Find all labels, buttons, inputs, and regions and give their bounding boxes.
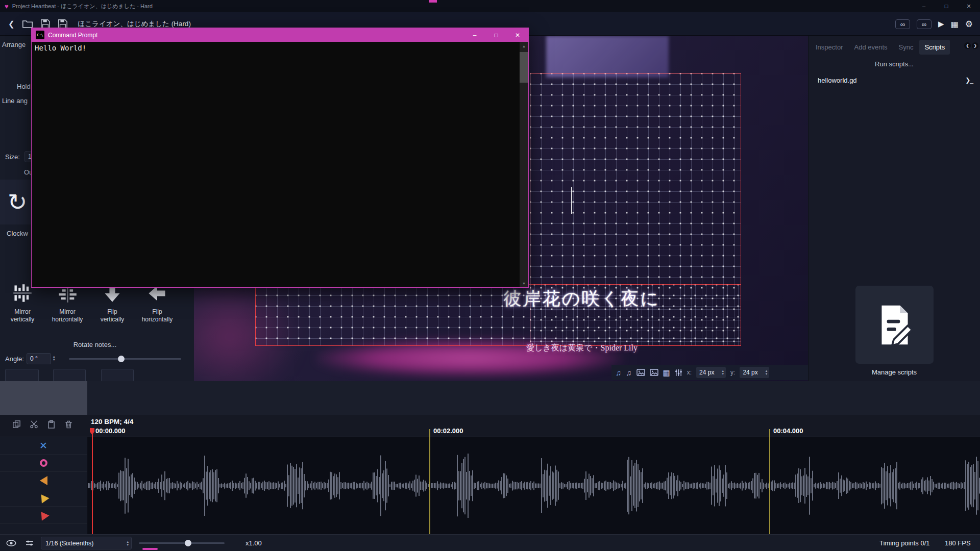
terminal-scrollbar[interactable]: ▲ ▼	[520, 42, 528, 287]
rotate-clockwise-button[interactable]: ↻	[0, 180, 36, 224]
snap-resolution-select[interactable]: 1/16 (Sixteenths) ▴ ▾	[41, 537, 132, 549]
settings-gear-icon[interactable]: ⚙	[965, 19, 973, 30]
grid-y-stepper[interactable]: ▴ ▾	[766, 369, 768, 375]
button-label: Mirror	[46, 308, 89, 316]
top-accent-mark	[429, 0, 437, 3]
button-label: horizontally	[46, 316, 89, 323]
grid-settings-icon[interactable]	[675, 369, 682, 377]
tab-inspector[interactable]: Inspector	[811, 40, 848, 55]
song-title-overlay: 彼岸花の咲く夜に	[429, 287, 735, 311]
window-minimize-button[interactable]: –	[913, 0, 935, 12]
timeline-edit-tools	[12, 420, 73, 429]
timing-points-label: Timing points 0/1	[879, 539, 930, 547]
paste-icon[interactable]	[47, 420, 56, 429]
slide-right-note-icon	[37, 492, 49, 504]
circle-note-icon	[40, 459, 47, 467]
terminal-minimize-button[interactable]: –	[464, 28, 485, 42]
time-marker: 00:02.000	[433, 427, 463, 435]
app-heart-icon: ♥	[5, 3, 9, 10]
cut-icon[interactable]	[30, 420, 38, 429]
tab-scripts[interactable]: Scripts	[919, 40, 950, 55]
grid-x-spinner[interactable]: 24 px ▴ ▾	[696, 367, 726, 378]
visibility-eye-icon[interactable]	[6, 540, 16, 546]
angle-slider[interactable]	[69, 358, 181, 360]
terminal-output[interactable]: Hello World!	[32, 42, 520, 287]
background-art	[546, 36, 669, 78]
script-document-pencil-icon	[871, 302, 918, 348]
preview-mode-toggle-icon[interactable]: ∞	[895, 19, 910, 29]
titlebar: ♥ Project Heartbeat - ほこライオン、はじめました - Ha…	[0, 0, 980, 12]
video-image-icon[interactable]	[650, 369, 658, 376]
background-image-icon[interactable]	[636, 369, 645, 376]
scroll-down-icon[interactable]: ▼	[520, 279, 528, 287]
timeline-zoom-slider[interactable]	[139, 542, 225, 544]
grid-y-value: 24 px	[743, 369, 757, 376]
playhead-line[interactable]	[92, 429, 93, 534]
terminal-titlebar[interactable]: C:\ Command Prompt – □ ✕	[32, 28, 528, 42]
slide-left-note-icon	[40, 476, 47, 485]
song-subtitle-overlay: 愛しき夜は黄泉で・Spider Lily	[429, 343, 735, 354]
minimap-view-window[interactable]	[0, 381, 87, 415]
grid-toggle-icon[interactable]: ▦	[663, 369, 670, 377]
partial-button[interactable]	[101, 369, 134, 381]
cross-note-icon: ✕	[39, 440, 47, 452]
angle-label: Angle:	[5, 355, 24, 363]
manage-scripts-button[interactable]	[855, 286, 934, 364]
button-label: Mirror	[1, 308, 44, 316]
partial-button[interactable]	[5, 369, 39, 381]
angle-stepper[interactable]: ▴ ▾	[53, 355, 55, 361]
scrollbar-thumb[interactable]	[520, 52, 528, 83]
timeline-minimap[interactable]	[0, 381, 980, 415]
delete-icon[interactable]	[64, 420, 73, 429]
stepper-down-icon: ▾	[766, 372, 768, 375]
script-file-name: helloworld.gd	[818, 77, 857, 84]
copy-icon[interactable]	[12, 420, 21, 429]
stepper-down-icon: ▾	[722, 372, 724, 375]
back-button[interactable]: ❮	[8, 19, 15, 29]
terminal-close-button[interactable]: ✕	[507, 28, 528, 42]
angle-slider-handle[interactable]	[118, 356, 125, 362]
snap-resolution-value: 1/16 (Sixteenths)	[45, 540, 94, 547]
tab-sync[interactable]: Sync	[894, 40, 919, 55]
terminal-window-controls: – □ ✕	[464, 28, 528, 42]
terminal-maximize-button[interactable]: □	[485, 28, 507, 42]
track-slide-right	[0, 489, 87, 507]
play-button[interactable]: ▶	[938, 19, 944, 29]
window-maximize-button[interactable]: □	[935, 0, 958, 12]
rotate-notes-section-label: Rotate notes...	[0, 341, 190, 348]
button-label: vertically	[91, 316, 134, 323]
run-scripts-section-label: Run scripts...	[808, 60, 980, 68]
partial-button[interactable]	[53, 369, 86, 381]
command-prompt-window[interactable]: C:\ Command Prompt – □ ✕ Hello World! ▲ …	[31, 28, 529, 288]
rotate-clockwise-icon: ↻	[8, 188, 28, 216]
snap-stepper[interactable]: ▴ ▾	[127, 540, 129, 546]
triangle-note-icon	[37, 509, 49, 521]
script-list-item[interactable]: helloworld.gd ❯_	[808, 72, 980, 88]
layout-board-icon[interactable]: ▦	[951, 19, 959, 29]
angle-input[interactable]: 0 °	[27, 353, 51, 364]
grid-y-spinner[interactable]: 24 px ▴ ▾	[740, 367, 769, 378]
scroll-up-icon[interactable]: ▲	[520, 42, 528, 50]
window-controls: – □ ✕	[913, 0, 980, 12]
tabs-scroll-left-icon[interactable]: ❮	[964, 42, 971, 49]
timeline-section: 120 BPM; 4/4 00:00.000 00:02.000 00:04.0…	[0, 381, 980, 534]
app-root: ♥ Project Heartbeat - ほこライオン、はじめました - Ha…	[0, 0, 980, 551]
waveform-track-area[interactable]	[87, 437, 980, 534]
snap-settings-icon[interactable]	[26, 540, 34, 546]
terminal-title: Command Prompt	[48, 32, 97, 39]
grid-x-stepper[interactable]: ▴ ▾	[722, 369, 724, 375]
bpm-signature-label: 120 BPM; 4/4	[91, 418, 133, 425]
window-close-button[interactable]: ✕	[958, 0, 980, 12]
run-script-terminal-icon[interactable]: ❯_	[965, 77, 973, 84]
autoplay-toggle-icon[interactable]: ∞	[917, 19, 932, 29]
music-icon[interactable]: ♫	[626, 369, 631, 377]
cmd-icon: C:\	[36, 31, 44, 39]
fps-label: 180 FPS	[945, 539, 971, 547]
tabs-scroll-right-icon[interactable]: ❯	[972, 42, 978, 49]
button-label: vertically	[1, 316, 44, 323]
clockwise-label: Clockw	[7, 230, 28, 237]
note-sound-icon[interactable]: ♫	[616, 369, 621, 377]
timeline-zoom-handle[interactable]	[185, 540, 191, 546]
tab-add-events[interactable]: Add events	[849, 40, 892, 55]
arrange-section-label: Arrange	[2, 41, 26, 48]
